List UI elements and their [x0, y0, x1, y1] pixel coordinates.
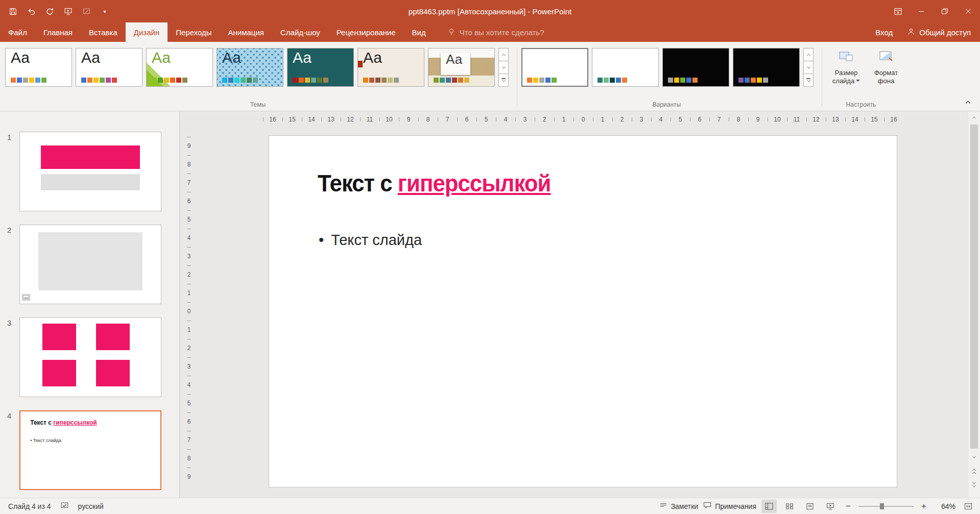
ruler-number: 2 — [183, 339, 195, 357]
zoom-slider[interactable] — [858, 502, 914, 511]
slide-canvas[interactable]: Текст с гиперссылкой •Текст слайда — [269, 136, 897, 487]
ruler-number: 1 — [554, 113, 573, 126]
themes-more-icon[interactable] — [498, 74, 509, 87]
zoom-percentage[interactable]: 64% — [934, 502, 955, 510]
title-placeholder — [41, 145, 139, 169]
view-reading-button[interactable] — [802, 500, 818, 513]
person-icon — [907, 28, 915, 37]
restore-icon[interactable] — [933, 0, 957, 22]
tab-Дизайн[interactable]: Дизайн — [126, 22, 168, 42]
collapse-ribbon-icon[interactable] — [962, 97, 974, 107]
picture-icon — [22, 294, 30, 301]
slide-thumbnail[interactable] — [19, 225, 161, 304]
variants-more-icon[interactable] — [803, 74, 814, 87]
scroll-up-icon[interactable] — [968, 112, 980, 123]
ribbon-display-options-icon[interactable] — [886, 0, 910, 22]
language-indicator[interactable]: русский — [78, 502, 104, 510]
sign-in-button[interactable]: Вход — [875, 28, 893, 37]
redo-icon[interactable] — [41, 4, 58, 19]
themes-gallery: АаАаАаАаАаАаАа — [5, 48, 498, 87]
zoom-in-button[interactable]: + — [919, 501, 929, 511]
slide-thumbnail-item-2[interactable]: 2 — [4, 225, 179, 304]
tab-Вид[interactable]: Вид — [404, 22, 434, 42]
theme-thumbnail-ion[interactable]: Аа — [287, 48, 354, 87]
slide-number: 1 — [4, 132, 19, 211]
customize-quick-access-icon[interactable]: ▾ — [96, 4, 113, 19]
status-bar: Слайд 4 из 4 русский Заметки Примечания — [0, 498, 980, 514]
tab-Рецензирование[interactable]: Рецензирование — [328, 22, 404, 42]
theme-thumbnail-dots[interactable]: Аа — [76, 48, 142, 87]
ruler-number: 3 — [632, 113, 651, 126]
ribbon-tabs: ФайлГлавнаяВставкаДизайнПереходыАнимация… — [0, 22, 434, 42]
share-button[interactable]: Общий доступ — [907, 28, 971, 37]
variant-thumbnail-2[interactable] — [592, 48, 659, 87]
slide-size-button[interactable]: Размер слайда — [826, 48, 866, 85]
start-slideshow-icon[interactable] — [59, 4, 77, 19]
ruler-number: 15 — [282, 113, 302, 126]
previous-slide-icon[interactable] — [968, 466, 980, 476]
theme-thumbnail-office[interactable]: Аа — [5, 48, 72, 87]
theme-letters: Аа — [446, 52, 462, 67]
zoom-out-button[interactable]: − — [843, 501, 853, 511]
next-slide-icon[interactable] — [968, 479, 980, 489]
save-icon[interactable] — [4, 4, 21, 19]
tab-Слайд-шоу[interactable]: Слайд-шоу — [272, 22, 328, 42]
slide-thumbnail-item-3[interactable]: 3 — [4, 317, 179, 397]
themes-scroll-down-icon[interactable] — [498, 61, 509, 74]
variant-thumbnail-1[interactable] — [521, 48, 588, 87]
minimize-icon[interactable] — [910, 0, 933, 22]
slide-number: 4 — [4, 410, 19, 490]
slide-title[interactable]: Текст с гиперссылкой — [318, 169, 551, 197]
slide-thumbnail[interactable]: Текст с гиперссылкой• Текст слайда — [19, 410, 161, 490]
slide-counter[interactable]: Слайд 4 из 4 — [8, 502, 51, 510]
qat-extra-icon[interactable] — [78, 4, 95, 19]
spellcheck-icon[interactable] — [60, 501, 69, 511]
fit-slide-to-window-icon[interactable] — [961, 500, 976, 513]
view-slide-sorter-button[interactable] — [782, 500, 797, 513]
comments-toggle[interactable]: Примечания — [703, 502, 756, 510]
picture-placeholder — [38, 232, 142, 290]
variant-thumbnail-3[interactable] — [662, 48, 729, 87]
theme-thumbnail-integral[interactable]: Аа — [217, 48, 283, 87]
variant-thumbnail-4[interactable] — [733, 48, 800, 87]
format-background-button[interactable]: Формат фона — [866, 48, 906, 85]
tab-Файл[interactable]: Файл — [0, 22, 35, 42]
scrollbar-thumb[interactable] — [970, 125, 978, 449]
scroll-down-icon[interactable] — [968, 452, 980, 462]
slide-body-text[interactable]: •Текст слайда — [319, 232, 422, 249]
theme-thumbnail-organic[interactable]: Аа — [428, 48, 495, 87]
slide-thumbnail[interactable] — [19, 132, 161, 211]
slide-thumbnail[interactable] — [19, 317, 161, 397]
tell-me-box[interactable]: Что вы хотите сделать? — [447, 22, 544, 42]
format-background-label: Формат фона — [866, 69, 906, 85]
theme-thumbnail-facet[interactable]: Аа — [146, 48, 213, 87]
ruler-number: 3 — [183, 247, 195, 265]
vertical-scrollbar[interactable] — [968, 111, 980, 498]
tab-Анимация[interactable]: Анимация — [220, 22, 272, 42]
theme-thumbnail-retrospect[interactable]: Аа — [357, 48, 424, 87]
close-icon[interactable] — [957, 0, 980, 22]
variants-scroll-down-icon[interactable] — [803, 61, 814, 74]
ruler-number: 0 — [573, 113, 593, 126]
tab-Главная[interactable]: Главная — [35, 22, 81, 42]
slide-thumbnail-item-1[interactable]: 1 — [4, 132, 179, 211]
mini-slide-bullet: • Текст слайда — [30, 438, 61, 443]
themes-scroll-up-icon[interactable] — [498, 48, 509, 61]
ruler-number: 9 — [183, 137, 195, 155]
undo-icon[interactable] — [22, 4, 40, 19]
theme-swatches — [11, 78, 46, 83]
view-normal-button[interactable] — [761, 500, 777, 513]
tab-Вставка[interactable]: Вставка — [81, 22, 126, 42]
notes-toggle[interactable]: Заметки — [659, 502, 699, 510]
subtitle-placeholder — [41, 174, 139, 190]
hyperlink-text[interactable]: гиперссылкой — [398, 170, 551, 197]
view-slideshow-button[interactable] — [823, 500, 838, 513]
variants-scroll-up-icon[interactable] — [803, 48, 814, 61]
ruler-number: 8 — [418, 113, 438, 126]
tab-Переходы[interactable]: Переходы — [168, 22, 220, 42]
ribbon-content: АаАаАаАаАаАаАа Размер слайда — [5, 48, 906, 106]
zoom-slider-thumb[interactable] — [880, 503, 884, 509]
slide-thumbnail-item-4[interactable]: 4Текст с гиперссылкой• Текст слайда — [4, 410, 179, 490]
ruler-number: 7 — [183, 431, 195, 449]
content-square — [96, 324, 130, 350]
